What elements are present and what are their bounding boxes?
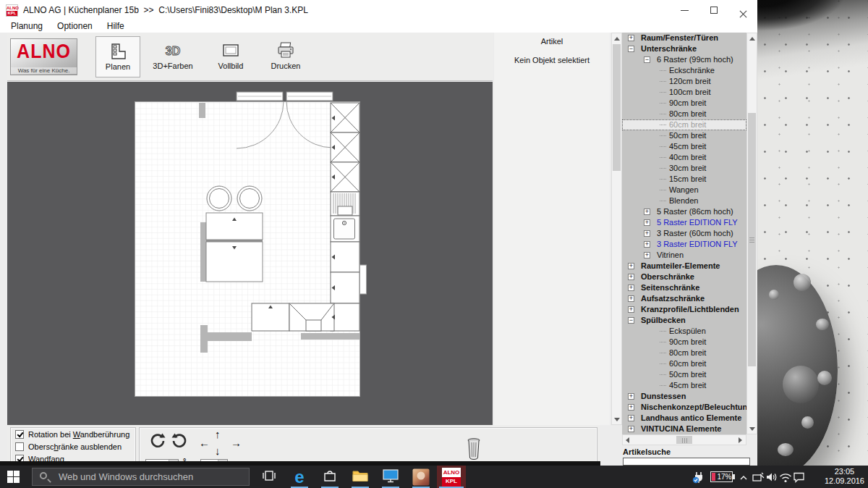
vollbild-button[interactable]: Vollbild [208,36,253,77]
tree-item[interactable]: +Raumteiler-Elemente [622,261,746,272]
tree-item[interactable]: +3 Raster (60cm hoch) [622,228,746,239]
tree-item[interactable]: 100cm breit [622,87,746,98]
scrollbar-thumb[interactable] [676,436,692,444]
speaker-icon[interactable] [765,471,778,487]
checkbox[interactable] [15,430,24,439]
edge-browser-button[interactable]: e [285,466,314,488]
tree-item[interactable]: 40cm breit [622,152,746,163]
tree-item[interactable]: +3 Raster EDITION FLY [622,239,746,250]
rotate-ccw-button[interactable] [148,432,167,450]
rotate-cw-button[interactable] [170,432,189,450]
titlebar[interactable]: ALNO KPL ALNO AG | Küchenplaner 15b >> C… [0,0,757,20]
hidden-icons-chevron[interactable] [739,472,749,485]
tree-item[interactable]: 45cm breit [622,141,746,152]
tree-item[interactable]: −Unterschränke [622,43,746,54]
tree-item[interactable]: 120cm breit [622,76,746,87]
scroll-up-button[interactable] [747,33,757,43]
tree-horizontal-scrollbar[interactable] [622,434,746,445]
3d-farben-button[interactable]: 3D 3D+Farben [150,36,195,77]
close-button[interactable] [728,0,757,20]
scroll-down-button[interactable] [612,414,621,424]
file-explorer-button[interactable] [346,466,375,488]
battery-indicator[interactable]: 17% [710,471,733,482]
expand-icon[interactable]: + [628,274,634,280]
tree-item[interactable]: Blenden [622,195,746,206]
expand-icon[interactable]: + [628,285,634,291]
tree-item[interactable]: +Raum/Fenster/Türen [622,33,746,43]
delete-object-button[interactable] [465,437,482,460]
tree-item[interactable]: +Landhaus antico Elemente [622,413,746,424]
scrollbar-thumb[interactable] [748,113,756,366]
task-view-button[interactable] [255,466,284,488]
collapse-icon[interactable]: − [628,317,634,324]
scroll-right-button[interactable] [736,435,746,445]
collapse-icon[interactable]: − [644,56,650,63]
scroll-up-button[interactable] [612,33,621,43]
tree-item[interactable]: +Vitrinen [622,250,746,261]
power-plug-icon[interactable] [692,470,706,487]
tree-item[interactable]: +Oberschränke [622,272,746,282]
tree-item[interactable]: +Kranzprofile/Lichtblenden [622,304,746,315]
expand-icon[interactable]: + [628,306,634,313]
move-up-button[interactable]: ↑ [215,429,221,439]
article-panel-scrollbar[interactable] [611,33,622,425]
tree-item[interactable]: 90cm breit [622,98,746,109]
tree-item[interactable]: 90cm breit [622,337,746,348]
tree-item[interactable]: 50cm breit [622,369,746,380]
tree-item[interactable]: Eckschränke [622,65,746,76]
tree-item[interactable]: +Aufsatzschränke [622,293,746,304]
tree-item[interactable]: +5 Raster (86cm hoch) [622,206,746,217]
expand-icon[interactable]: + [628,35,634,41]
expand-icon[interactable]: + [628,393,634,400]
article-search-input[interactable] [623,458,750,466]
menu-planung[interactable]: Planung [4,20,50,33]
taskbar-clock[interactable]: 23:05 12.09.2016 [825,467,864,486]
scrollbar-thumb[interactable] [613,44,621,171]
menu-hilfe[interactable]: Hilfe [100,20,132,33]
tree-item[interactable]: +VINTUCINA Elemente [622,424,746,434]
store-button[interactable] [315,466,344,488]
tree-item[interactable]: 60cm breit [622,119,746,130]
expand-icon[interactable]: + [644,252,650,258]
tree-item[interactable]: 50cm breit [622,130,746,141]
tree-item[interactable]: +Nischenkonzept/Beleuchtung [622,402,746,413]
tree-item[interactable]: 15cm breit [622,174,746,185]
expand-icon[interactable]: + [644,219,650,226]
tree-item[interactable]: +Dunstessen [622,391,746,402]
option-checkbox-row[interactable]: Oberschränke ausblenden [15,442,135,453]
collapse-icon[interactable]: − [628,46,634,52]
tree-item[interactable]: +5 Raster EDITION FLY [622,217,746,228]
tree-item[interactable]: −Spülbecken [622,315,746,326]
scroll-left-button[interactable] [623,435,633,445]
menu-optionen[interactable]: Optionen [50,20,100,33]
tree-item[interactable]: 45cm breit [622,380,746,391]
pen-tablet-icon[interactable] [752,471,765,487]
maximize-button[interactable] [699,0,728,20]
start-button[interactable] [7,471,20,483]
expand-icon[interactable]: + [628,263,634,269]
tree-item[interactable]: +Seitenschränke [622,282,746,293]
move-right-button[interactable]: → [231,438,242,448]
tree-item[interactable]: Eckspülen [622,326,746,337]
expand-icon[interactable]: + [628,295,634,302]
move-down-button[interactable]: ↓ [215,446,221,456]
expand-icon[interactable]: + [644,241,650,248]
floor-plan-canvas[interactable] [7,82,493,425]
tree-item[interactable]: −6 Raster (99cm hoch) [622,54,746,65]
tree-item[interactable]: 80cm breit [622,348,746,358]
photos-app-button[interactable] [407,466,435,488]
alno-kpl-taskbar-button[interactable]: ALNO KPL [437,466,466,488]
expand-icon[interactable]: + [628,404,634,411]
option-checkbox-row[interactable]: Rotation bei Wandberührung [15,430,135,440]
taskbar-search-box[interactable]: Web und Windows durchsuchen [32,468,250,486]
checkbox[interactable] [15,442,24,451]
planen-button[interactable]: Planen [95,36,140,77]
scroll-down-button[interactable] [747,424,757,434]
expand-icon[interactable]: + [628,426,634,432]
drucken-button[interactable]: Drucken [263,36,308,77]
tree-item[interactable]: 30cm breit [622,163,746,174]
tree-item[interactable]: 60cm breit [622,358,746,369]
minimize-button[interactable] [671,0,699,20]
tree-vertical-scrollbar[interactable] [746,33,757,434]
expand-icon[interactable]: + [644,209,650,215]
